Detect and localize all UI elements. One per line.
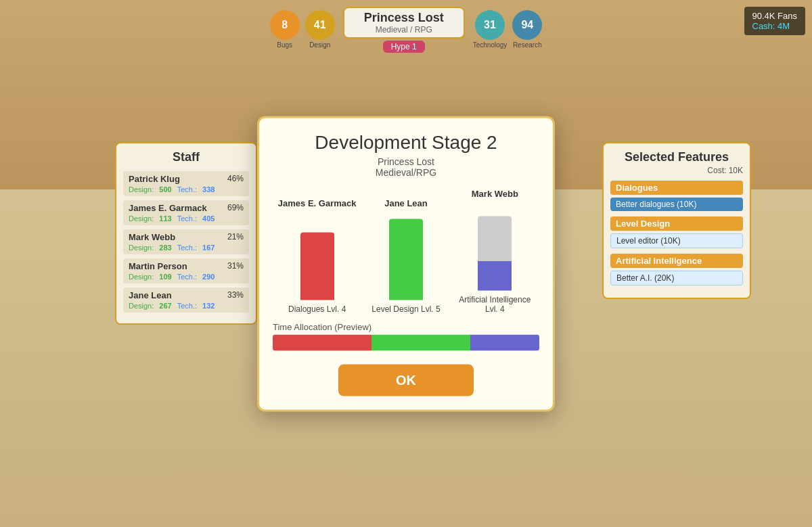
game-title-hud: Princess Lost Medieval / RPG [343,7,465,39]
staff-item[interactable]: 46% Patrick Klug Design: 500 Tech.: 338 [123,171,249,196]
staff-tech-label: Tech.: [177,302,197,310]
feature-category-ai[interactable]: Artificial Intelligence [610,254,743,268]
feature-category-level-design[interactable]: Level Design [610,216,743,231]
top-hud: 8 Bugs 41 Design Princess Lost Medieval … [0,7,812,52]
staff-percent: 46% [227,174,244,183]
staff-item[interactable]: 69% James E. Garmack Design: 113 Tech.: … [123,200,249,225]
ok-button[interactable]: OK [338,364,474,396]
dev-char-bar-mark [478,216,512,290]
staff-panel: Staff 46% Patrick Klug Design: 500 Tech.… [115,142,257,325]
dev-dialog-subtitle-1: Princess Lost Medieval/RPG [273,156,539,177]
feature-item-better-dialogues[interactable]: Better dialogues (10K) [610,198,743,211]
features-panel: Selected Features Cost: 10K Dialogues Be… [602,142,751,299]
time-alloc-section: Time Allocation (Preview) [273,321,539,350]
dev-characters: James E. Garmack Dialogues Lvl. 4 Jane L… [273,188,539,313]
staff-panel-title: Staff [123,150,249,164]
staff-percent: 21% [227,232,244,242]
features-cost: Cost: 10K [610,166,743,175]
staff-design-val: 267 [159,302,171,310]
dev-dialog: Development Stage 2 Princess Lost Mediev… [257,116,555,411]
time-alloc-green-segment [371,334,470,350]
staff-tech-label: Tech.: [177,185,197,193]
bugs-label: Bugs [277,41,292,49]
bugs-badge: 8 [270,10,300,40]
bugs-count: 8 [281,19,288,31]
staff-design-val: 500 [159,185,171,193]
story-badge: 41 [305,10,335,40]
feature-item-better-ai[interactable]: Better A.I. (20K) [610,271,743,285]
tech-val: 31 [484,19,496,31]
dev-dialog-title: Development Stage 2 [273,131,539,153]
staff-percent: 31% [227,261,244,271]
staff-name: Martin Person [129,261,244,271]
staff-design-val: 113 [159,214,171,223]
staff-design-label: Design: [129,185,154,193]
tech-label: Technology [473,41,508,49]
dev-char-james: James E. Garmack Dialogues Lvl. 4 [273,198,361,313]
staff-percent: 69% [227,203,244,212]
staff-design-label: Design: [129,273,154,281]
story-label: Design [309,41,330,49]
staff-tech-label: Tech.: [177,244,197,252]
dev-char-name-mark: Mark Webb [451,188,539,198]
staff-design-label: Design: [129,244,154,252]
research-badge: 94 [512,10,542,40]
staff-design-val: 283 [159,244,171,252]
staff-design-label: Design: [129,214,154,223]
top-right-stats: 90.4K Fans Cash: 4M [744,7,806,35]
feature-item-level-editor[interactable]: Level editor (10K) [610,233,743,248]
hype-badge: Hype 1 [383,41,425,53]
staff-tech-val: 167 [202,244,215,252]
staff-name: Patrick Klug [129,174,244,184]
dev-char-label-mark: Artificial IntelligenceLvl. 4 [451,294,539,313]
dev-char-mark: Mark Webb Artificial IntelligenceLvl. 4 [451,188,539,313]
staff-tech-val: 132 [202,302,215,310]
staff-name: Mark Webb [129,232,244,242]
dev-char-label-jane: Level Design Lvl. 5 [361,304,450,313]
dev-char-name-jane: Jane Lean [361,198,450,208]
staff-tech-val: 338 [202,185,215,193]
dev-char-bar-jane [389,219,423,300]
research-label: Research [513,41,542,49]
features-title: Selected Features [610,150,743,164]
dev-char-label-james: Dialogues Lvl. 4 [273,304,361,313]
staff-tech-val: 290 [202,273,215,281]
cash-display: Cash: 4M [752,21,798,31]
dev-char-jane: Jane Lean Level Design Lvl. 5 [361,198,450,313]
tech-badge: 31 [475,10,505,40]
staff-name: James E. Garmack [129,203,244,213]
time-alloc-bar [273,334,539,350]
time-alloc-label: Time Allocation (Preview) [273,321,539,331]
staff-item[interactable]: 31% Martin Person Design: 109 Tech.: 290 [123,258,249,283]
staff-tech-label: Tech.: [177,214,197,223]
dev-char-bar-container-james [273,212,361,300]
dev-char-bar-james [300,232,334,300]
research-val: 94 [521,19,533,31]
staff-design-val: 109 [159,273,171,281]
staff-design-label: Design: [129,302,154,310]
feature-category-dialogues[interactable]: Dialogues [610,181,743,195]
game-title: Princess Lost [358,11,450,25]
dev-char-bar-container-jane [361,212,450,300]
fans-count: 90.4K Fans [752,11,798,21]
staff-tech-val: 405 [202,214,215,223]
staff-item[interactable]: 21% Mark Webb Design: 283 Tech.: 167 [123,229,249,254]
staff-percent: 33% [227,290,244,300]
story-val: 41 [314,19,326,31]
time-alloc-red-segment [273,334,371,350]
game-genre: Medieval / RPG [358,25,450,35]
dev-char-bar-container-mark [451,202,539,290]
staff-name: Jane Lean [129,290,244,300]
staff-item[interactable]: 33% Jane Lean Design: 267 Tech.: 132 [123,288,249,313]
staff-tech-label: Tech.: [177,273,197,281]
time-alloc-blue-segment [470,334,539,350]
dev-char-name-james: James E. Garmack [273,198,361,208]
